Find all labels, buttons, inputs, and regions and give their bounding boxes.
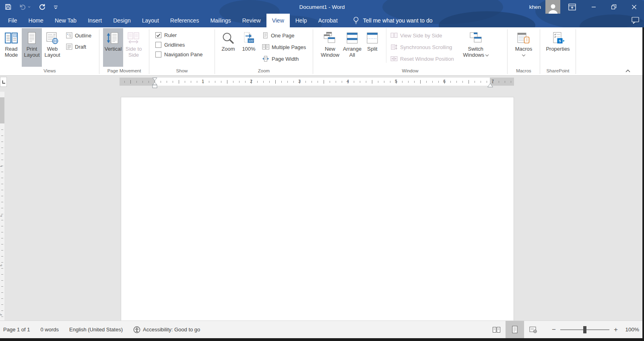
tab-review[interactable]: Review (237, 14, 266, 27)
properties-button[interactable]: S Properties (543, 28, 573, 67)
status-read-mode-icon (492, 327, 501, 333)
print-layout-icon (25, 32, 39, 45)
word-count[interactable]: 0 words (35, 321, 64, 338)
zoom-button[interactable]: Zoom (218, 28, 239, 67)
save-button[interactable] (5, 4, 11, 10)
navigation-pane-checkbox[interactable] (155, 51, 161, 58)
gridlines-checkbox-row[interactable]: Gridlines (155, 42, 202, 48)
group-label-macros: Macros (508, 68, 539, 75)
zoom-slider[interactable] (560, 329, 609, 330)
side-to-side-icon (126, 32, 141, 45)
draft-label: Draft (75, 44, 86, 50)
tab-help[interactable]: Help (290, 14, 313, 27)
ruler-checkbox-row[interactable]: Ruler (155, 32, 202, 38)
tab-home[interactable]: Home (23, 14, 49, 27)
status-web-layout-button[interactable] (524, 321, 543, 339)
customize-quick-access-button[interactable] (54, 5, 58, 9)
tell-me-box[interactable]: Tell me what you want to do (353, 14, 433, 27)
reset-window-position-label: Reset Window Position (400, 56, 454, 62)
ruler-number: 4 (345, 79, 350, 84)
tab-layout[interactable]: Layout (136, 14, 165, 27)
ribbon-display-options-button[interactable] (560, 0, 584, 14)
tab-acrobat[interactable]: Acrobat (313, 14, 343, 27)
zoom-100-button[interactable]: 100 100% (239, 28, 259, 67)
multiple-pages-button[interactable]: Multiple Pages (262, 43, 306, 51)
zoom-label: Zoom (221, 46, 235, 52)
page-width-icon (262, 55, 269, 62)
view-side-by-side-label: View Side by Side (400, 33, 442, 39)
group-divider (99, 29, 99, 74)
zoom-percentage[interactable]: 100% (621, 327, 643, 333)
tab-mailings[interactable]: Mailings (204, 14, 236, 27)
one-page-label: One Page (271, 33, 295, 39)
group-label-show: Show (150, 68, 214, 75)
switch-windows-label: Switch Windows (458, 46, 493, 58)
undo-button[interactable] (19, 4, 31, 10)
switch-windows-button[interactable]: Switch Windows (458, 28, 493, 67)
minimize-button[interactable] (584, 0, 604, 14)
tab-new-tab[interactable]: New Tab (49, 14, 82, 27)
language-indicator[interactable]: English (United States) (64, 321, 128, 338)
tab-file[interactable]: File (2, 14, 23, 27)
avatar[interactable] (545, 0, 560, 14)
collapse-ribbon-button[interactable] (625, 67, 630, 74)
print-layout-button[interactable]: Print Layout (22, 28, 42, 67)
group-label-window: Window (314, 68, 507, 75)
close-button[interactable] (624, 0, 644, 14)
user-silhouette-icon (547, 3, 559, 14)
taskbar-edge (0, 338, 644, 341)
status-read-mode-button[interactable] (487, 321, 506, 339)
new-window-button[interactable]: New Window (319, 28, 341, 67)
restore-button[interactable] (604, 0, 624, 14)
read-mode-button[interactable]: Read Mode (1, 28, 22, 67)
split-button[interactable]: Split (363, 28, 381, 67)
status-print-layout-button[interactable] (506, 321, 524, 339)
zoom-out-button[interactable]: − (549, 326, 559, 334)
reset-window-position-button[interactable]: Reset Window Position (390, 55, 454, 63)
synchronous-scrolling-button[interactable]: Synchronous Scrolling (390, 43, 454, 51)
comments-button[interactable] (632, 17, 639, 25)
gridlines-checkbox[interactable] (155, 42, 161, 48)
redo-button[interactable] (39, 4, 45, 10)
side-to-side-button[interactable]: Side to Side (123, 28, 144, 67)
account-name[interactable]: khen (529, 4, 545, 10)
tab-insert[interactable]: Insert (82, 14, 107, 27)
synchronous-scrolling-icon (390, 44, 398, 50)
tab-references[interactable]: References (165, 14, 205, 27)
tab-selector-button[interactable] (0, 77, 7, 87)
tab-design[interactable]: Design (107, 14, 136, 27)
navigation-pane-checkbox-row[interactable]: Navigation Pane (155, 51, 202, 58)
tab-view[interactable]: View (266, 14, 290, 27)
one-page-button[interactable]: One Page (262, 31, 306, 39)
right-indent-marker[interactable] (487, 82, 493, 89)
zoom-slider-handle[interactable] (583, 326, 586, 333)
zoom-100-badge: 100 (248, 39, 254, 43)
page-indicator[interactable]: Page 1 of 1 (0, 321, 35, 338)
zoom-in-button[interactable]: + (611, 326, 621, 334)
outline-button[interactable]: Outline (66, 31, 91, 39)
macros-button[interactable]: Macros (511, 28, 536, 67)
indent-markers[interactable] (152, 78, 157, 90)
window-right-edge (642, 27, 644, 341)
arrange-all-button[interactable]: Arrange All (341, 28, 363, 67)
accessibility-label: Accessibility: Good to go (143, 327, 200, 333)
view-side-by-side-button[interactable]: View Side by Side (390, 31, 454, 39)
vertical-button[interactable]: Vertical (103, 28, 123, 67)
arrange-all-icon (345, 32, 359, 45)
ruler-strip: 1 2 3 4 5 6 7 (0, 76, 644, 92)
group-views: Read Mode Print Layout Web Layout Outlin… (1, 28, 99, 75)
document-page[interactable] (121, 97, 514, 320)
lightbulb-icon (353, 16, 359, 25)
web-layout-button[interactable]: Web Layout (42, 28, 63, 67)
page-width-button[interactable]: Page Width (262, 55, 306, 63)
draft-button[interactable]: Draft (66, 43, 91, 51)
quick-access-toolbar (0, 4, 58, 10)
ruler-checkbox-label: Ruler (164, 32, 177, 38)
one-page-icon (262, 32, 268, 39)
read-mode-icon (4, 32, 19, 45)
ruler-checkbox[interactable] (155, 32, 161, 38)
chevron-down-icon (485, 53, 489, 56)
redo-icon (39, 4, 45, 10)
right-indent-icon (487, 83, 493, 87)
accessibility-status[interactable]: Accessibility: Good to go (128, 321, 205, 338)
